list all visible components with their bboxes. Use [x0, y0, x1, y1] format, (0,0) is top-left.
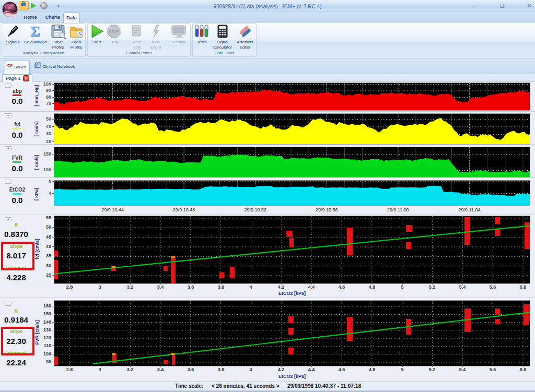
svg-text:STOP: STOP — [109, 30, 119, 33]
svg-text:Σ: Σ — [30, 24, 40, 39]
